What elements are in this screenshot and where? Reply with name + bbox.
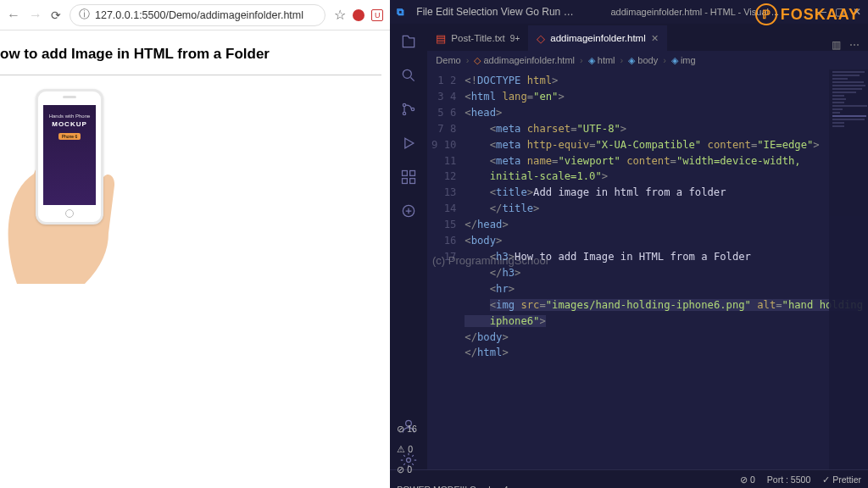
crumb-Demo[interactable]: Demo	[436, 55, 460, 65]
brand-watermark: ℙ FOSKAAY	[755, 3, 860, 25]
menu-selection[interactable]: Selection	[456, 6, 498, 18]
tab-badge: 9+	[510, 34, 520, 43]
close-tab-icon[interactable]: ✕	[651, 33, 659, 44]
menu-edit[interactable]: Edit	[436, 6, 453, 18]
editor-tabs: ▤ Post-Title.txt 9+ ◇ addimageinfolder.h…	[427, 24, 868, 51]
ext-icon-2[interactable]: U	[371, 9, 383, 21]
menu-bar: File Edit Selection View Go Run …	[416, 6, 573, 18]
back-icon[interactable]: ←	[7, 8, 20, 23]
code-line-13: <hr>	[465, 281, 863, 297]
brand-logo-icon: ℙ	[755, 3, 777, 25]
code-line-5: <meta http-equiv="X-UA-Compatible" conte…	[465, 137, 863, 153]
menu-…[interactable]: …	[564, 6, 574, 18]
phone-frame: Hands with Phone MOCKUP Phone 6	[36, 89, 103, 225]
code-line-12: </h3>	[465, 265, 863, 281]
info-icon: ⓘ	[79, 8, 90, 22]
tab-Post-Title.txt[interactable]: ▤ Post-Title.txt 9+	[427, 25, 528, 51]
svg-point-2	[403, 112, 406, 114]
run-debug-icon[interactable]	[399, 134, 418, 152]
url-text: 127.0.0.1:5500/Demo/addimageinfolder.htm…	[95, 9, 303, 21]
tab-actions: ▥ ⋯	[823, 39, 868, 51]
browser-toolbar: ← → ⟳ ⓘ 127.0.0.1:5500/Demo/addimageinfo…	[0, 0, 390, 30]
minimap[interactable]	[829, 69, 868, 469]
line-gutter: 1 2 3 4 5 6 7 8 9 10 11 12 13 14 15 16 1…	[427, 69, 465, 469]
status-item[interactable]: ⊘ 0	[740, 474, 755, 485]
center-watermark: (c) ProgrammingSchool	[432, 254, 548, 267]
status-item[interactable]: Port : 5500	[767, 474, 810, 485]
breadcrumbs[interactable]: Demo›◇ addimageinfolder.html›◈ html›◈ bo…	[427, 51, 868, 69]
reload-icon[interactable]: ⟳	[51, 8, 61, 22]
svg-rect-5	[410, 171, 415, 176]
code-line-8: </title>	[465, 201, 863, 217]
activity-bar	[390, 24, 427, 469]
vscode-pane: ⧉ File Edit Selection View Go Run … addi…	[390, 0, 868, 488]
code-editor[interactable]: 1 2 3 4 5 6 7 8 9 10 11 12 13 14 15 16 1…	[427, 69, 868, 469]
code-line-2: <html lang="en">	[465, 89, 863, 105]
svg-rect-6	[403, 179, 408, 184]
crumb-html[interactable]: ◈ html	[588, 55, 615, 66]
source-control-icon[interactable]	[399, 100, 418, 119]
code-lines[interactable]: <!DOCTYPE html><html lang="en"><head> <m…	[465, 69, 868, 469]
svg-rect-4	[403, 171, 408, 176]
crumb-addimageinfolder.html[interactable]: ◇ addimageinfolder.html	[474, 55, 575, 66]
tab-label: Post-Title.txt	[451, 33, 504, 43]
status-right: ⊘ 0Port : 5500✓ Prettier	[740, 474, 861, 485]
code-line-3: <head>	[465, 105, 863, 121]
code-line-9: </head>	[465, 217, 863, 233]
code-line-14: <img src="images/hand-holding-iphone6.pn…	[465, 297, 863, 330]
tab-label: addimageinfolder.html	[550, 33, 646, 43]
star-icon[interactable]: ☆	[334, 7, 346, 23]
code-line-17: </html>	[465, 345, 863, 361]
crumb-body[interactable]: ◈ body	[628, 55, 658, 66]
code-line-7: <title>Add image in html from a folder	[465, 185, 863, 201]
file-icon: ▤	[436, 32, 446, 45]
code-line-16: </body>	[465, 330, 863, 346]
extensions-icon[interactable]	[399, 168, 418, 186]
page-heading: ow to add Image in HTML from a Folder	[0, 46, 381, 63]
crumb-img[interactable]: ◈ img	[671, 55, 696, 66]
code-line-6: <meta name="viewport" content="width=dev…	[465, 153, 863, 186]
editor-area: ▤ Post-Title.txt 9+ ◇ addimageinfolder.h…	[427, 24, 868, 469]
split-editor-icon[interactable]: ▥	[832, 39, 841, 51]
explorer-icon[interactable]	[399, 32, 418, 51]
svg-point-1	[403, 103, 406, 106]
search-icon[interactable]	[399, 66, 418, 85]
more-icon[interactable]: ⋯	[849, 39, 860, 51]
code-line-1: <!DOCTYPE html>	[465, 73, 863, 89]
browser-pane: ← → ⟳ ⓘ 127.0.0.1:5500/Demo/addimageinfo…	[0, 0, 390, 488]
menu-view[interactable]: View	[501, 6, 523, 18]
status-item[interactable]: ✓ Prettier	[822, 474, 861, 485]
svg-rect-7	[410, 179, 415, 184]
svg-point-0	[403, 69, 412, 78]
page-image: Hands with Phone MOCKUP Phone 6	[0, 89, 127, 275]
forward-icon[interactable]: →	[29, 8, 42, 23]
menu-file[interactable]: File	[416, 6, 432, 18]
tab-addimageinfolder.html[interactable]: ◇ addimageinfolder.html ✕	[528, 25, 667, 51]
code-line-10: <body>	[465, 233, 863, 249]
page-divider	[0, 75, 381, 75]
menu-go[interactable]: Go	[526, 6, 539, 18]
rendered-page: ow to add Image in HTML from a Folder Ha…	[0, 30, 390, 284]
activity-extra-icon[interactable]	[399, 202, 418, 220]
vscode-logo-icon: ⧉	[397, 6, 404, 18]
toolbar-right: ☆ U	[334, 7, 383, 23]
address-bar[interactable]: ⓘ 127.0.0.1:5500/Demo/addimageinfolder.h…	[70, 4, 326, 26]
code-line-4: <meta charset="UTF-8">	[465, 121, 863, 137]
menu-run[interactable]: Run	[542, 6, 560, 18]
ext-icon-1[interactable]	[353, 9, 364, 21]
status-item[interactable]: POWER MODE!!! Combo: 4	[397, 485, 508, 489]
html-icon: ◇	[537, 32, 545, 45]
status-bar: ⊘ 16 ⚠ 0 ⊘ 0 POWER MODE!!! Combo: 4 html…	[390, 469, 868, 488]
